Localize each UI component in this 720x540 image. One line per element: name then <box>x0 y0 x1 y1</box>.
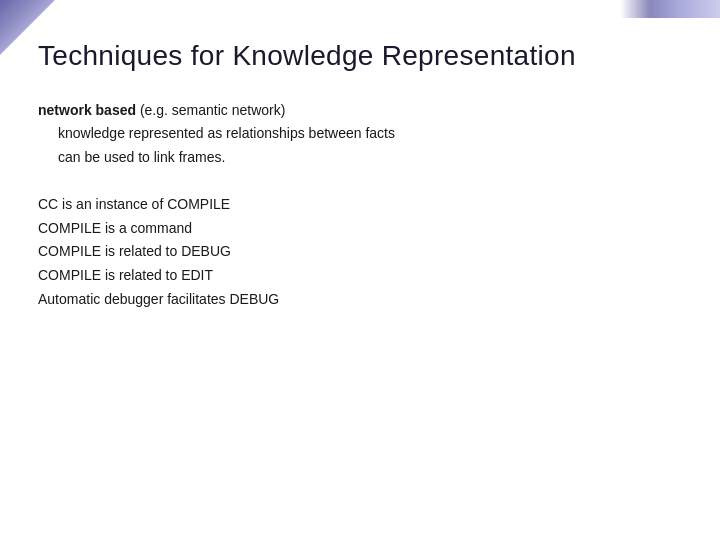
fact-item-2: COMPILE is a command <box>38 217 690 241</box>
fact-item-3: COMPILE is related to DEBUG <box>38 240 690 264</box>
section-line1: knowledge represented as relationships b… <box>58 122 690 144</box>
facts-list: CC is an instance of COMPILE COMPILE is … <box>38 193 690 312</box>
fact-item-1: CC is an instance of COMPILE <box>38 193 690 217</box>
section-line2: can be used to link frames. <box>58 146 690 168</box>
slide-content: Techniques for Knowledge Representation … <box>38 40 690 520</box>
fact-item-5: Automatic debugger facilitates DEBUG <box>38 288 690 312</box>
section-header: network based (e.g. semantic network) <box>38 102 690 118</box>
corner-decoration-tr <box>620 0 720 18</box>
slide-title: Techniques for Knowledge Representation <box>38 40 690 72</box>
section-network-based: network based (e.g. semantic network) kn… <box>38 102 690 169</box>
header-normal-text: (e.g. semantic network) <box>136 102 285 118</box>
fact-item-4: COMPILE is related to EDIT <box>38 264 690 288</box>
header-bold-text: network based <box>38 102 136 118</box>
